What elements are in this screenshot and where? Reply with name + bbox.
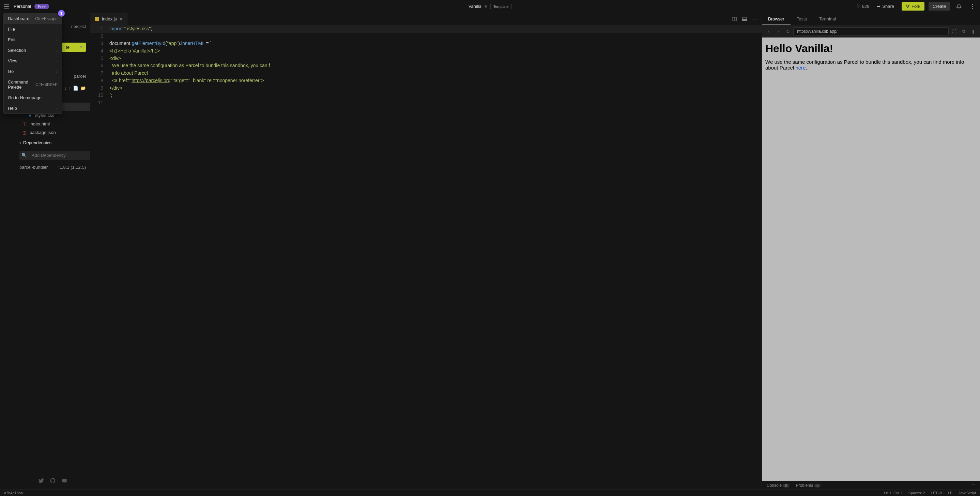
- problems-tab[interactable]: Problems0: [796, 483, 821, 488]
- reload-icon[interactable]: ↻: [784, 29, 792, 34]
- code-line[interactable]: 5<div>: [90, 55, 762, 62]
- download-icon[interactable]: ↓: [64, 86, 67, 91]
- menu-item-go[interactable]: Go›: [4, 66, 62, 77]
- dep-search-input[interactable]: [29, 151, 90, 160]
- workspace-name[interactable]: Personal: [14, 4, 31, 9]
- sandbox-title[interactable]: Vanilla: [469, 4, 482, 9]
- chevron-right-icon: ›: [56, 70, 57, 73]
- code-area[interactable]: 1import "./styles.css";23document.getEle…: [90, 25, 762, 489]
- indent-setting[interactable]: Spaces: 2: [908, 491, 925, 495]
- code-line[interactable]: 11: [90, 99, 762, 107]
- menu-item-edit[interactable]: Edit›: [4, 34, 62, 45]
- editor-tab-label: index.js: [102, 16, 117, 21]
- code-line[interactable]: 3document.getElementById("app").innerHTM…: [90, 40, 762, 47]
- split-bottom-icon[interactable]: [740, 14, 749, 24]
- code-line[interactable]: 2: [90, 33, 762, 40]
- line-number: 5: [90, 55, 110, 62]
- problems-label: Problems: [796, 483, 813, 488]
- line-number: 1: [90, 25, 110, 33]
- menu-item-label: File: [8, 27, 15, 32]
- url-input[interactable]: [793, 27, 949, 35]
- fork-button[interactable]: Fork: [902, 2, 924, 11]
- tab-terminal[interactable]: Terminal: [813, 13, 842, 25]
- file-package-json[interactable]: ◫package.json: [15, 128, 90, 137]
- share-button[interactable]: ➦ Share: [873, 2, 897, 10]
- preview-link[interactable]: here: [795, 65, 805, 70]
- chevron-right-icon: ›: [56, 38, 57, 42]
- code-line[interactable]: 6 We use the same configuration as Parce…: [90, 62, 762, 70]
- menu-shortcut: Ctrl+Escape: [35, 16, 57, 21]
- deps-header-label: Dependencies: [23, 140, 51, 145]
- cursor-position[interactable]: Ln 1, Col 1: [884, 491, 902, 495]
- open-new-icon[interactable]: ⧉: [959, 29, 968, 34]
- svg-point-2: [907, 7, 908, 8]
- line-content: document.getElementById("app").innerHTML…: [110, 40, 212, 47]
- toggle-pane-icon[interactable]: ▮: [969, 29, 977, 34]
- preview-frame: Hello Vanilla! We use the same configura…: [762, 38, 980, 481]
- back-icon[interactable]: ‹: [765, 29, 773, 34]
- close-icon[interactable]: ×: [119, 16, 123, 22]
- more-menu-icon[interactable]: [968, 2, 977, 11]
- split-right-icon[interactable]: [730, 14, 739, 24]
- main-area: Vanilla r project ♡ 628 👁 2.7M te Ives v…: [0, 13, 980, 489]
- dep-search[interactable]: 🔍: [19, 151, 90, 160]
- line-number: 10: [90, 92, 110, 99]
- new-file-icon[interactable]: 📄: [73, 86, 78, 91]
- console-label: Console: [767, 483, 782, 488]
- preview-area: Browser Tests Terminal ‹ › ↻ ⛶ ⧉ ▮ Hello…: [762, 13, 980, 489]
- menu-item-view[interactable]: View›: [4, 56, 62, 66]
- menu-item-command-palette[interactable]: Command PaletteCtrl+Shift+P: [4, 77, 62, 93]
- new-folder-icon[interactable]: 📁: [80, 86, 86, 91]
- js-file-icon: [95, 17, 99, 21]
- code-line[interactable]: 7 info about Parcel: [90, 70, 762, 77]
- upload-icon[interactable]: ↑: [69, 86, 71, 91]
- twitter-icon[interactable]: [38, 478, 44, 484]
- fork-icon: [906, 5, 910, 8]
- file-index-html[interactable]: ◫index.html: [15, 120, 90, 128]
- encoding[interactable]: UTF-8: [931, 491, 942, 495]
- editor-area: index.js × ⋯ 1import "./styles.css";23do…: [90, 13, 762, 489]
- tab-browser[interactable]: Browser: [762, 13, 791, 25]
- dep-parcel-bundler[interactable]: parcel-bundler^1.8.1 (1.12.5): [15, 162, 90, 172]
- svg-point-0: [906, 5, 907, 5]
- status-right: Ln 1, Col 1 Spaces: 2 UTF-8 LF JavaScrip…: [884, 491, 976, 495]
- notifications-icon[interactable]: [954, 2, 964, 11]
- more-icon[interactable]: ⋯: [750, 14, 759, 24]
- console-toggle-icon[interactable]: ⌃: [972, 483, 975, 488]
- menu-item-selection[interactable]: Selection›: [4, 45, 62, 56]
- language-mode[interactable]: JavaScript: [959, 491, 976, 495]
- code-line[interactable]: 8 <a href="https://parceljs.org" target=…: [90, 77, 762, 85]
- code-line[interactable]: 4<h1>Hello Vanilla!</h1>: [90, 47, 762, 55]
- github-icon[interactable]: [50, 478, 56, 484]
- menu-item-go-to-homepage[interactable]: Go to Homepage: [4, 93, 62, 103]
- menu-item-file[interactable]: File›: [4, 24, 62, 34]
- create-button[interactable]: Create: [929, 2, 950, 11]
- caret-down-icon: ▾: [19, 141, 21, 145]
- eol[interactable]: LF: [948, 491, 952, 495]
- hamburger-menu-icon[interactable]: [3, 3, 10, 10]
- git-hash[interactable]: a7b4d18ba: [4, 491, 23, 495]
- likes-number: 628: [862, 4, 870, 9]
- expand-icon[interactable]: ⛶: [950, 29, 958, 34]
- line-number: 6: [90, 62, 110, 70]
- chevron-right-icon: ›: [56, 106, 57, 110]
- editor-tab[interactable]: index.js ×: [90, 13, 127, 25]
- preview-period: .: [805, 65, 807, 70]
- dep-name: parcel-bundler: [19, 165, 48, 170]
- notifications-count-badge[interactable]: 1: [57, 9, 65, 18]
- tab-tests[interactable]: Tests: [791, 13, 813, 25]
- svg-rect-16: [743, 19, 746, 21]
- console-tab[interactable]: Console0: [767, 483, 789, 488]
- forward-icon[interactable]: ›: [774, 29, 783, 34]
- menu-item-help[interactable]: Help›: [4, 103, 62, 113]
- discord-icon[interactable]: [61, 478, 67, 484]
- code-line[interactable]: 10`;: [90, 92, 762, 99]
- menu-item-dashboard[interactable]: DashboardCtrl+Escape: [4, 13, 62, 24]
- code-line[interactable]: 1import "./styles.css";: [90, 25, 762, 33]
- line-number: 3: [90, 40, 110, 47]
- likes-count[interactable]: ♡ 628: [856, 4, 870, 9]
- code-line[interactable]: 9</div>: [90, 85, 762, 92]
- preview-url-bar: ‹ › ↻ ⛶ ⧉ ▮: [762, 25, 980, 38]
- free-plan-badge: Free: [34, 4, 49, 9]
- deps-header[interactable]: ▾Dependencies: [15, 137, 90, 148]
